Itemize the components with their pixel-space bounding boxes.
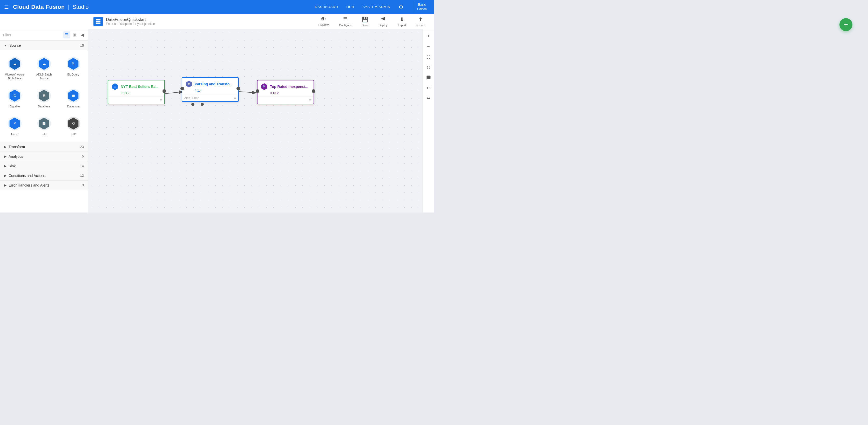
nav-hub[interactable]: HUB <box>346 5 354 9</box>
search-input[interactable] <box>3 33 61 37</box>
svg-rect-4 <box>343 19 347 19</box>
fit-button[interactable] <box>424 52 433 62</box>
transform-node-title: Parsing and Transfo... <box>195 82 235 86</box>
transform-in-port[interactable] <box>180 87 184 90</box>
pipeline-canvas-area[interactable]: ≡ NYT Best Sellers Ra... 0.13.2 ≡ ⊞ Pars… <box>88 29 434 212</box>
sidebar-content: ▼ Source 15 ☁ Microsoft Azure Blob Store… <box>0 41 88 212</box>
plugin-bigtable[interactable]: ⬡ Bigtable <box>1 85 29 111</box>
configure-label: Configure <box>339 24 351 27</box>
transform-out-port[interactable] <box>237 87 240 90</box>
zoom-in-button[interactable]: + <box>424 31 433 41</box>
section-source-header[interactable]: ▼ Source 15 <box>0 41 88 50</box>
bigtable-label: Bigtable <box>10 104 20 108</box>
section-sink-header[interactable]: ▶ Sink 14 <box>0 161 88 171</box>
sink-node-version: 0.13.2 <box>257 91 314 97</box>
datastore-icon: ▦ <box>67 90 80 102</box>
sink-in-port[interactable] <box>256 89 259 93</box>
save-button[interactable]: 💾 Save <box>356 14 374 29</box>
pipeline-description[interactable]: Enter a description for your pipeline <box>106 22 155 26</box>
configure-icon <box>343 16 348 23</box>
plugin-excel[interactable]: ✕ Excel <box>1 112 29 139</box>
sink-node-header: 🔍 Top Rated Inexpensi... <box>257 80 314 91</box>
adls-icon-wrap: ☁ <box>37 57 51 71</box>
import-button[interactable]: ⬇ Import <box>393 14 411 29</box>
section-analytics-count: 5 <box>82 154 84 158</box>
edition-badge: Basic Edition <box>414 2 430 12</box>
plugin-ftp[interactable]: ⬡ FTP <box>59 112 88 139</box>
excel-icon-wrap: ✕ <box>8 117 22 130</box>
section-transform-header[interactable]: ▶ Transform 23 <box>0 142 88 152</box>
svg-rect-5 <box>343 20 347 20</box>
transform-hex-icon: ⊞ <box>186 81 192 88</box>
azure-blob-icon-wrap: ☁ <box>8 57 22 71</box>
plugin-datastore[interactable]: ▦ Datastore <box>59 85 88 111</box>
preview-icon: 👁 <box>321 17 326 22</box>
source-node[interactable]: ≡ NYT Best Sellers Ra... 0.13.2 ≡ <box>108 80 165 104</box>
deploy-icon <box>380 16 386 23</box>
gear-icon[interactable]: ⚙ <box>399 4 403 10</box>
sink-node-title: Top Rated Inexpensi... <box>270 85 310 89</box>
section-conditions-header[interactable]: ▶ Conditions and Actions 12 <box>0 171 88 181</box>
svg-rect-1 <box>96 21 100 22</box>
file-icon: 📄 <box>38 118 50 129</box>
section-error-handlers-header[interactable]: ▶ Error Handlers and Alerts 3 <box>0 181 88 190</box>
svg-rect-3 <box>343 17 347 18</box>
connector-2 <box>239 92 257 93</box>
source-plugin-grid: ☁ Microsoft Azure Blob Store ☁ ADLS Batc… <box>0 50 88 142</box>
right-toolbar: + − ↩ ↪ <box>423 29 434 212</box>
comment-button[interactable] <box>424 73 433 82</box>
sink-out-port[interactable] <box>312 89 315 93</box>
redo-button[interactable]: ↪ <box>424 94 433 103</box>
transform-node[interactable]: ⊞ Parsing and Transfo... 4.1.4 Alert Err… <box>182 77 239 102</box>
collapse-sidebar-button[interactable]: ◀ <box>80 31 85 38</box>
bigquery-label: BigQuery <box>67 73 80 76</box>
bigtable-icon: ⬡ <box>9 90 21 102</box>
error-handlers-arrow-icon: ▶ <box>4 184 6 187</box>
datastore-icon-wrap: ▦ <box>67 89 80 102</box>
section-error-handlers-count: 3 <box>82 183 84 187</box>
database-icon: 🗄 <box>38 90 50 102</box>
plugin-bigquery[interactable]: 🔍 BigQuery <box>59 53 88 84</box>
nav-dashboard[interactable]: DASHBOARD <box>315 5 338 9</box>
section-conditions-label: Conditions and Actions <box>8 173 80 178</box>
export-icon: ⬆ <box>418 17 423 23</box>
plugin-adls-batch[interactable]: ☁ ADLS Batch Source <box>30 53 58 84</box>
error-port[interactable] <box>200 103 204 106</box>
sidebar-filter-bar: ☰ ⊞ ◀ <box>0 29 88 41</box>
svg-rect-0 <box>96 19 100 20</box>
section-analytics-header[interactable]: ▶ Analytics 5 <box>0 152 88 161</box>
connector-1 <box>165 92 184 94</box>
configure-button[interactable]: Configure <box>334 14 356 29</box>
ftp-icon: ⬡ <box>67 118 80 129</box>
sink-hex-icon: 🔍 <box>261 83 268 90</box>
plugin-database[interactable]: 🗄 Database <box>30 85 58 111</box>
error-label: Error <box>192 96 198 99</box>
source-node-menu-icon[interactable]: ≡ <box>160 98 162 103</box>
pipeline-name[interactable]: DataFusionQuickstart <box>106 18 155 22</box>
menu-icon[interactable]: ☰ <box>4 4 9 10</box>
list-view-button[interactable]: ☰ <box>63 31 70 38</box>
sink-node[interactable]: 🔍 Top Rated Inexpensi... 0.13.2 ≡ <box>257 80 314 104</box>
sink-node-menu-icon[interactable]: ≡ <box>309 98 311 103</box>
source-out-port[interactable] <box>162 89 166 93</box>
nav-system-admin[interactable]: SYSTEM ADMIN <box>362 5 391 9</box>
edition-line2: Edition <box>417 7 427 11</box>
grid-view-button[interactable]: ⊞ <box>71 31 78 38</box>
transform-node-menu-icon[interactable]: ≡ <box>234 96 236 100</box>
main-layout: ☰ ⊞ ◀ ▼ Source 15 ☁ Microsoft Azure Blob… <box>0 29 434 212</box>
deploy-button[interactable]: Deploy <box>374 14 393 29</box>
source-node-header: ≡ NYT Best Sellers Ra... <box>108 80 164 91</box>
zoom-out-button[interactable]: − <box>424 42 433 51</box>
plugin-azure-blob[interactable]: ☁ Microsoft Azure Blob Store <box>1 53 29 84</box>
alert-port[interactable] <box>191 103 194 106</box>
undo-button[interactable]: ↩ <box>424 83 433 93</box>
plugin-file[interactable]: 📄 File <box>30 112 58 139</box>
source-node-icon: ≡ <box>111 83 119 90</box>
section-source-label: Source <box>9 43 80 47</box>
transform-node-version: 4.1.4 <box>182 89 238 94</box>
export-button[interactable]: ⬆ Export <box>411 14 430 29</box>
expand-button[interactable] <box>424 63 433 72</box>
conditions-arrow-icon: ▶ <box>4 174 6 177</box>
preview-button[interactable]: 👁 Preview <box>313 14 334 29</box>
sub-header: DataFusionQuickstart Enter a description… <box>0 14 434 29</box>
